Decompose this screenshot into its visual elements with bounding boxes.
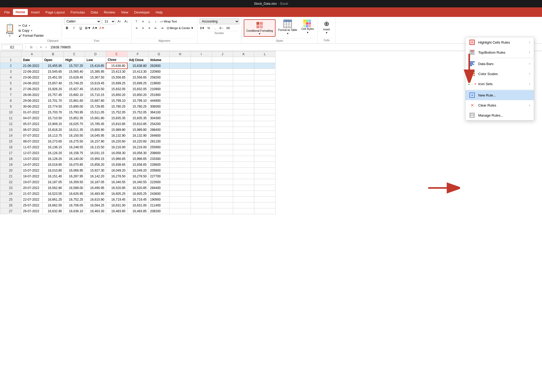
empty-cell[interactable] xyxy=(212,69,233,75)
insert-button[interactable]: ⊕ Insert ▼ xyxy=(320,19,333,38)
empty-cell[interactable] xyxy=(254,86,275,92)
table-cell[interactable]: 251900 xyxy=(148,92,170,98)
table-cell[interactable]: 08-07-2022 xyxy=(21,139,43,144)
cut-button[interactable]: ✂ Cut ▼ xyxy=(17,23,45,28)
merge-center-button[interactable]: ⊡ Merge & Center ▼ xyxy=(165,25,195,31)
table-cell[interactable]: 15,989.80 xyxy=(127,127,148,133)
table-cell[interactable]: 16,636.10 xyxy=(64,208,85,214)
col-header-f[interactable]: F xyxy=(127,51,148,57)
table-cell[interactable]: 16,605.25 xyxy=(106,191,127,197)
table-cell[interactable]: 16,632.90 xyxy=(43,208,64,214)
table-cell[interactable]: 16,273.65 xyxy=(43,139,64,144)
table-cell[interactable]: 30-06-2022 xyxy=(21,104,43,109)
table-cell[interactable]: 364100 xyxy=(148,109,170,115)
table-cell[interactable]: 16,126.20 xyxy=(43,150,64,156)
table-cell[interactable]: 15,810.85 xyxy=(106,121,127,127)
table-cell[interactable]: 21-06-2022 xyxy=(21,63,43,69)
table-cell[interactable]: 15,687.80 xyxy=(85,98,106,104)
empty-cell[interactable] xyxy=(233,202,254,208)
empty-cell[interactable] xyxy=(170,139,191,144)
table-cell[interactable]: 15,793.95 xyxy=(64,109,85,115)
empty-cell[interactable] xyxy=(254,69,275,75)
table-cell[interactable]: 205800 xyxy=(148,168,170,173)
table-cell[interactable]: Close xyxy=(106,57,127,63)
empty-cell[interactable] xyxy=(170,63,191,69)
col-header-e[interactable]: E xyxy=(106,51,127,57)
empty-cell[interactable] xyxy=(191,69,212,75)
table-cell[interactable]: 16,248.55 xyxy=(64,144,85,150)
empty-cell[interactable] xyxy=(254,179,275,185)
row-number[interactable]: 24 xyxy=(0,191,21,197)
table-cell[interactable]: 306000 xyxy=(148,104,170,109)
empty-cell[interactable] xyxy=(170,191,191,197)
table-cell[interactable]: 22-07-2022 xyxy=(21,197,43,202)
empty-cell[interactable] xyxy=(212,156,233,162)
table-cell[interactable]: 15,909.15 xyxy=(43,121,64,127)
empty-cell[interactable] xyxy=(212,80,233,86)
table-cell[interactable]: 22-06-2022 xyxy=(21,69,43,75)
empty-cell[interactable] xyxy=(191,191,212,197)
table-cell[interactable]: 01-07-2022 xyxy=(21,109,43,115)
empty-cell[interactable] xyxy=(170,144,191,150)
row-number[interactable]: 14 xyxy=(0,133,21,139)
table-cell[interactable]: 16,483.85 xyxy=(127,208,148,214)
empty-cell[interactable] xyxy=(233,150,254,156)
table-cell[interactable]: 15,619.45 xyxy=(85,80,106,86)
table-cell[interactable]: 15,858.20 xyxy=(85,162,106,168)
empty-cell[interactable] xyxy=(254,191,275,197)
empty-cell[interactable] xyxy=(254,162,275,168)
empty-cell[interactable] xyxy=(233,162,254,168)
row-number[interactable]: 25 xyxy=(0,197,21,202)
table-cell[interactable]: 220900 xyxy=(148,69,170,75)
table-cell[interactable]: 15,752.05 xyxy=(127,109,148,115)
table-cell[interactable]: 27-06-2022 xyxy=(21,86,43,92)
empty-cell[interactable] xyxy=(233,191,254,197)
table-cell[interactable]: 16,490.95 xyxy=(85,185,106,191)
decrease-indent-button[interactable]: ⇤ xyxy=(153,25,159,31)
table-cell[interactable]: 15,780.25 xyxy=(127,104,148,109)
row-number[interactable]: 15 xyxy=(0,139,21,144)
table-cell[interactable]: 15,832.05 xyxy=(127,86,148,92)
dropdown-manage-rules[interactable]: Manage Rules... xyxy=(466,110,534,120)
table-cell[interactable]: 16,187.05 xyxy=(85,179,106,185)
empty-cell[interactable] xyxy=(212,57,233,63)
table-cell[interactable]: 16,045.95 xyxy=(85,133,106,139)
row-number[interactable]: 1 xyxy=(0,57,21,63)
empty-cell[interactable] xyxy=(170,179,191,185)
table-cell[interactable]: 15,950.15 xyxy=(85,156,106,162)
table-cell[interactable]: 16,523.55 xyxy=(43,191,64,197)
empty-cell[interactable] xyxy=(170,109,191,115)
table-cell[interactable]: 254200 xyxy=(148,121,170,127)
spreadsheet[interactable]: A B C D E F G H I J K L 1DateOpenHighLow… xyxy=(0,51,542,392)
table-cell[interactable]: 15,728.85 xyxy=(85,104,106,109)
table-cell[interactable]: 16,049.20 xyxy=(106,168,127,173)
table-cell[interactable]: 16,066.95 xyxy=(64,168,85,173)
empty-cell[interactable] xyxy=(191,86,212,92)
col-header-g[interactable]: G xyxy=(148,51,170,57)
row-number[interactable]: 5 xyxy=(0,80,21,86)
table-cell[interactable]: 15,413.30 xyxy=(106,69,127,75)
empty-cell[interactable] xyxy=(254,139,275,144)
empty-cell[interactable] xyxy=(170,156,191,162)
table-cell[interactable]: 16,216.00 xyxy=(127,144,148,150)
table-cell[interactable]: 15,835.35 xyxy=(127,115,148,121)
menu-review[interactable]: Review xyxy=(101,9,118,15)
table-cell[interactable]: 15,545.65 xyxy=(43,69,64,75)
empty-cell[interactable] xyxy=(233,185,254,191)
empty-cell[interactable] xyxy=(170,150,191,156)
table-cell[interactable]: 16,278.50 xyxy=(106,173,127,179)
table-cell[interactable]: 14-07-2022 xyxy=(21,162,43,168)
menu-insert[interactable]: Insert xyxy=(28,9,42,15)
empty-cell[interactable] xyxy=(191,197,212,202)
table-cell[interactable]: High xyxy=(64,57,85,63)
font-size-select[interactable]: 11 xyxy=(102,19,115,24)
empty-cell[interactable] xyxy=(191,133,212,139)
table-cell[interactable]: 15,938.65 xyxy=(127,162,148,168)
empty-cell[interactable] xyxy=(212,133,233,139)
table-cell[interactable]: 16,278.50 xyxy=(127,173,148,179)
empty-cell[interactable] xyxy=(212,127,233,133)
center-align-button[interactable]: ≡ xyxy=(140,25,146,31)
dropdown-new-rule[interactable]: + New Rule... xyxy=(466,90,534,100)
empty-cell[interactable] xyxy=(233,98,254,104)
empty-cell[interactable] xyxy=(254,57,275,63)
